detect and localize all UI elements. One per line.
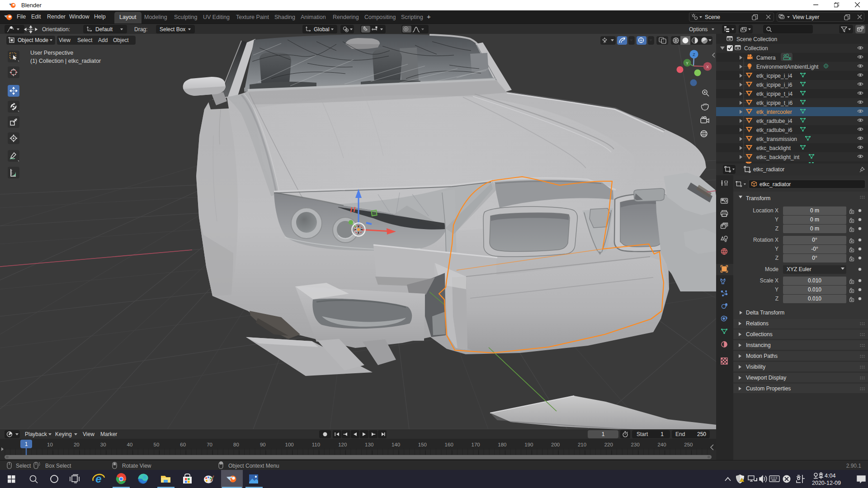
svg-text:0°: 0°	[812, 237, 817, 243]
svg-text:170: 170	[472, 442, 480, 447]
svg-text:etk_intercooler: etk_intercooler	[756, 109, 792, 115]
svg-text:130: 130	[365, 442, 373, 447]
svg-text:2.90.1: 2.90.1	[846, 463, 862, 469]
svg-text:230: 230	[631, 442, 640, 447]
svg-text:Viewport Display: Viewport Display	[746, 375, 786, 381]
svg-text:Rotation X: Rotation X	[753, 237, 778, 243]
svg-text:1: 1	[602, 431, 605, 437]
svg-text:etkc_backlight: etkc_backlight	[756, 145, 791, 151]
svg-text:30: 30	[100, 442, 106, 447]
svg-text:1: 1	[660, 431, 664, 437]
svg-text:0°: 0°	[812, 255, 817, 261]
svg-text:Relations: Relations	[746, 320, 769, 327]
svg-text:etk_icpipe_i_i4: etk_icpipe_i_i4	[756, 73, 793, 79]
svg-text:0 m: 0 m	[810, 216, 819, 223]
svg-text:220: 220	[604, 442, 613, 447]
svg-text:Visibility: Visibility	[746, 364, 765, 370]
svg-text:Collection: Collection	[744, 45, 768, 52]
svg-text:Transform: Transform	[746, 195, 770, 202]
svg-text:0.010: 0.010	[808, 286, 821, 293]
svg-text:Delta Transform: Delta Transform	[746, 310, 784, 316]
svg-text:Playback: Playback	[25, 431, 47, 437]
svg-text:Instancing: Instancing	[746, 342, 771, 348]
svg-text:Z: Z	[775, 255, 778, 261]
svg-text:0 m: 0 m	[810, 225, 819, 232]
svg-text:Marker: Marker	[100, 431, 117, 437]
svg-text:Rotate View: Rotate View	[122, 463, 151, 469]
svg-text:-0°: -0°	[811, 246, 818, 252]
svg-text:Scale X: Scale X	[760, 277, 778, 284]
svg-text:0 m: 0 m	[810, 207, 819, 214]
svg-text:View: View	[83, 431, 94, 437]
svg-text:1: 1	[25, 441, 28, 447]
svg-text:Scene Collection: Scene Collection	[736, 36, 777, 42]
svg-text:150: 150	[418, 442, 427, 447]
svg-text:Mode: Mode	[765, 266, 778, 272]
svg-text:Z: Z	[693, 52, 695, 57]
svg-text:250: 250	[684, 442, 693, 447]
svg-text:4:04: 4:04	[825, 473, 835, 479]
svg-text:EnvironmentAmbientLight: EnvironmentAmbientLight	[756, 64, 819, 70]
svg-text:Camera: Camera	[756, 55, 776, 61]
svg-text:20: 20	[74, 442, 80, 447]
svg-text:Y: Y	[686, 61, 689, 66]
svg-text:0.010: 0.010	[808, 296, 821, 302]
svg-text:End: End	[675, 431, 685, 437]
svg-text:XYZ Euler: XYZ Euler	[787, 266, 811, 272]
svg-text:100: 100	[285, 442, 294, 447]
svg-text:0.010: 0.010	[808, 277, 821, 284]
svg-text:Z: Z	[775, 225, 778, 232]
svg-text:etkc_radiator: etkc_radiator	[760, 181, 791, 188]
svg-text:etk_radtube_i6: etk_radtube_i6	[756, 127, 793, 133]
svg-text:Motion Paths: Motion Paths	[746, 353, 778, 359]
svg-text:200: 200	[551, 442, 560, 447]
svg-text:etk_radtube_i4: etk_radtube_i4	[756, 118, 793, 124]
svg-text:10: 10	[47, 442, 53, 447]
svg-text:80: 80	[233, 442, 239, 447]
svg-text:250: 250	[697, 431, 706, 437]
svg-text:180: 180	[498, 442, 506, 447]
svg-text:Z: Z	[775, 296, 778, 302]
svg-text:etk_icpipe_i_i6: etk_icpipe_i_i6	[756, 82, 793, 88]
svg-text:etk_icpipe_t_i4: etk_icpipe_t_i4	[756, 91, 793, 97]
svg-text:90: 90	[260, 442, 266, 447]
svg-text:etk_icpipe_t_i6: etk_icpipe_t_i6	[756, 100, 793, 106]
svg-text:Y: Y	[775, 246, 778, 252]
svg-text:etkc_radiator: etkc_radiator	[753, 166, 784, 173]
svg-text:160: 160	[445, 442, 453, 447]
svg-text:etkc_backlight_int: etkc_backlight_int	[756, 154, 800, 160]
svg-text:X: X	[706, 65, 709, 69]
svg-text:Box Select: Box Select	[45, 463, 71, 469]
svg-text:240: 240	[657, 442, 666, 447]
svg-text:50: 50	[154, 442, 160, 447]
svg-text:Start: Start	[637, 431, 648, 437]
svg-text:40: 40	[127, 442, 133, 447]
svg-text:210: 210	[578, 442, 586, 447]
svg-text:Custom Properties: Custom Properties	[746, 385, 791, 392]
svg-text:190: 190	[524, 442, 533, 447]
svg-text:Collections: Collections	[746, 331, 773, 338]
svg-text:Y: Y	[775, 216, 778, 223]
svg-text:etk_transmission: etk_transmission	[756, 136, 797, 142]
svg-text:Keying: Keying	[55, 431, 72, 437]
svg-text:70: 70	[207, 442, 212, 447]
svg-text:Y: Y	[775, 286, 778, 293]
svg-text:Location X: Location X	[753, 207, 778, 214]
svg-text:120: 120	[338, 442, 347, 447]
svg-text:Object Context Menu: Object Context Menu	[228, 463, 279, 469]
svg-text:60: 60	[180, 442, 186, 447]
svg-text:2020-12-09: 2020-12-09	[812, 480, 841, 486]
svg-text:140: 140	[392, 442, 400, 447]
svg-text:110: 110	[312, 442, 320, 447]
svg-text:Select: Select	[16, 463, 31, 469]
